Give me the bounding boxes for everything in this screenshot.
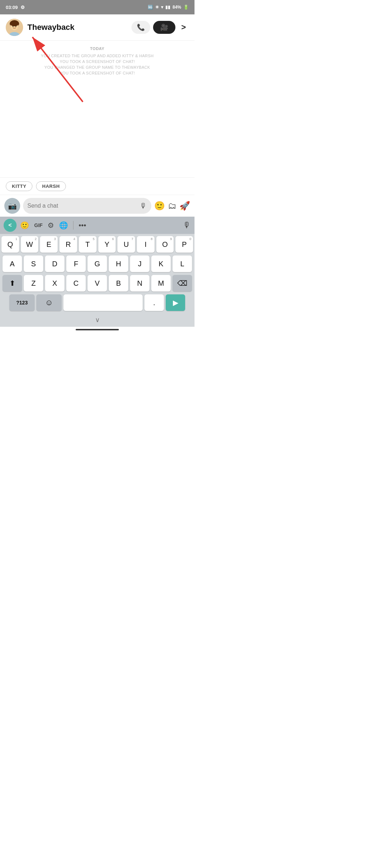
system-message-1: YOU CREATED THE GROUP AND ADDED KITTY & … — [6, 54, 189, 58]
key-p[interactable]: P0 — [175, 236, 193, 253]
key-delete[interactable]: ⌫ — [173, 275, 192, 291]
keyboard-toolbar: < 🙂 GIF ⚙ 🌐 ••• 🎙 — [0, 217, 194, 234]
chevron-right-icon: > — [181, 23, 186, 32]
gif-label: GIF — [34, 222, 43, 228]
avatar[interactable] — [6, 19, 23, 36]
keyboard-more-button[interactable]: ••• — [77, 219, 88, 232]
svg-point-6 — [10, 21, 19, 26]
system-message-3: YOU CHANGED THE GROUP NAME TO THEWAYBACK — [6, 65, 189, 69]
key-n[interactable]: N — [130, 275, 149, 291]
header-actions: 📞 🎥 > — [131, 21, 189, 34]
key-o[interactable]: O9 — [156, 236, 174, 253]
boost-button[interactable]: 🚀 — [179, 201, 190, 211]
mic-icon: 🎙 — [183, 221, 191, 230]
key-u[interactable]: U7 — [117, 236, 135, 253]
key-b[interactable]: B — [109, 275, 128, 291]
key-f[interactable]: F — [66, 256, 86, 272]
camera-icon: 📷 — [8, 202, 17, 210]
keyboard-row-1: Q1 W2 E3 R4 T5 Y6 U7 I8 O9 P0 — [1, 236, 193, 253]
mention-chip-kitty[interactable]: KITTY — [6, 181, 32, 191]
key-z[interactable]: Z — [24, 275, 43, 291]
key-h[interactable]: H — [109, 256, 128, 272]
home-indicator — [76, 329, 119, 330]
key-g[interactable]: G — [88, 256, 107, 272]
key-x[interactable]: X — [45, 275, 64, 291]
key-w[interactable]: W2 — [21, 236, 39, 253]
video-icon: 🎥 — [160, 23, 168, 31]
mention-chips: KITTY HARSH — [0, 177, 194, 195]
key-y[interactable]: Y6 — [98, 236, 116, 253]
keyboard-mic-button[interactable]: 🎙 — [183, 221, 191, 230]
key-m[interactable]: M — [151, 275, 171, 291]
battery-icon: 🔋 — [183, 5, 189, 10]
chevron-down-icon[interactable]: ∨ — [95, 316, 100, 324]
chat-input[interactable] — [27, 203, 140, 209]
key-a[interactable]: A — [3, 256, 22, 272]
keyboard-divider — [73, 221, 73, 230]
mention-chip-harsh[interactable]: HARSH — [36, 181, 66, 191]
key-c[interactable]: C — [66, 275, 86, 291]
key-shift[interactable]: ⬆ — [3, 275, 22, 291]
signal-icon: ▮▮ — [165, 5, 170, 10]
input-bar: 📷 🎙 🙂 🗂 🚀 — [0, 195, 194, 217]
key-t[interactable]: T5 — [79, 236, 97, 253]
keyboard: < 🙂 GIF ⚙ 🌐 ••• 🎙 Q1 W2 E3 R4 T5 — [0, 217, 194, 327]
camera-button[interactable]: 📷 — [4, 198, 20, 214]
bluetooth-icon: ✳ — [155, 5, 159, 10]
key-e[interactable]: E3 — [40, 236, 58, 253]
key-v[interactable]: V — [88, 275, 107, 291]
nfc-icon: 🆖 — [148, 5, 153, 10]
translate-icon: 🌐 — [59, 221, 68, 230]
wifi-icon: ▾ — [161, 5, 163, 10]
chat-date: TODAY — [0, 46, 194, 51]
keyboard-row-3: ⬆ Z X C V B N M ⌫ — [1, 275, 193, 291]
status-bar: 03:09 ⚙ 🆖 ✳ ▾ ▮▮ 84% 🔋 — [0, 0, 194, 14]
sticker-button[interactable]: 🗂 — [168, 201, 176, 211]
keyboard-bottom: ∨ — [1, 314, 193, 327]
chat-header: Thewayback 📞 🎥 > — [0, 14, 194, 41]
key-l[interactable]: L — [173, 256, 192, 272]
emoji-tool-icon: 🙂 — [20, 221, 29, 230]
key-d[interactable]: D — [45, 256, 64, 272]
system-message-2: YOU TOOK A SCREENSHOT OF CHAT! — [6, 59, 189, 64]
back-icon: < — [8, 222, 12, 229]
key-emoji[interactable]: ☺ — [36, 294, 62, 311]
battery-text: 84% — [173, 5, 181, 10]
chat-area: TODAY YOU CREATED THE GROUP AND ADDED KI… — [0, 41, 194, 177]
keyboard-rows: Q1 W2 E3 R4 T5 Y6 U7 I8 O9 P0 A S D F G … — [0, 234, 194, 327]
keyboard-back-button[interactable]: < — [4, 219, 17, 232]
keyboard-settings-button[interactable]: ⚙ — [46, 219, 55, 232]
chat-title[interactable]: Thewayback — [27, 23, 127, 32]
keyboard-row-4: ?123 ☺ . ▶ — [1, 294, 193, 311]
key-period[interactable]: . — [144, 294, 164, 311]
key-numeric[interactable]: ?123 — [9, 294, 35, 311]
more-button[interactable]: > — [178, 21, 189, 33]
more-icon: ••• — [79, 221, 86, 230]
microphone-button[interactable]: 🎙 — [140, 202, 147, 210]
key-k[interactable]: K — [151, 256, 171, 272]
key-q[interactable]: Q1 — [1, 236, 19, 253]
text-input-wrap[interactable]: 🎙 — [23, 198, 151, 214]
keyboard-gif-button[interactable]: GIF — [33, 219, 44, 232]
key-j[interactable]: J — [130, 256, 149, 272]
system-message-4: YOU TOOK A SCREENSHOT OF CHAT! — [6, 71, 189, 75]
key-i[interactable]: I8 — [137, 236, 155, 253]
key-send[interactable]: ▶ — [166, 294, 185, 311]
call-button[interactable]: 📞 — [131, 21, 150, 34]
settings-kb-icon: ⚙ — [48, 221, 54, 230]
keyboard-row-2: A S D F G H J K L — [1, 256, 193, 272]
phone-icon: 📞 — [137, 23, 145, 31]
keyboard-emoji-tool[interactable]: 🙂 — [19, 219, 31, 232]
key-space[interactable] — [63, 294, 143, 311]
time: 03:09 — [6, 5, 18, 10]
emoji-button[interactable]: 🙂 — [154, 201, 165, 211]
settings-icon: ⚙ — [21, 5, 25, 10]
video-button[interactable]: 🎥 — [153, 21, 175, 34]
key-r[interactable]: R4 — [59, 236, 77, 253]
keyboard-translate-button[interactable]: 🌐 — [58, 219, 70, 232]
key-s[interactable]: S — [24, 256, 43, 272]
